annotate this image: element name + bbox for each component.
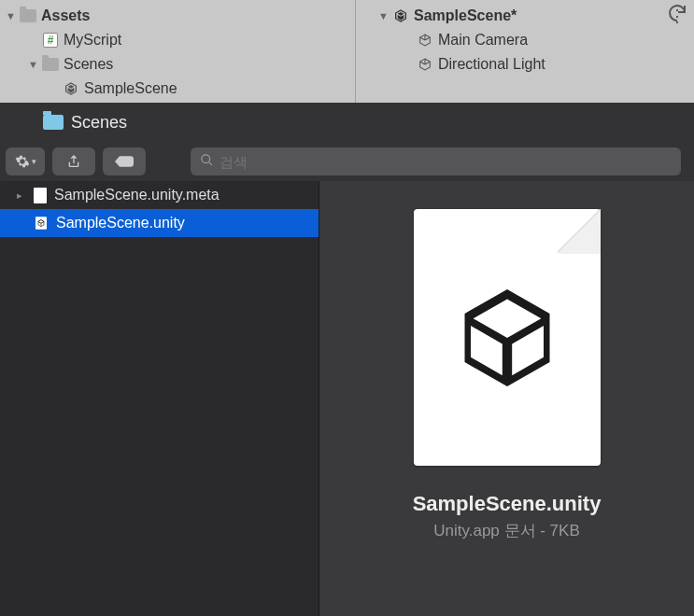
item-label: Scenes [64, 56, 113, 73]
preview-filename: SampleScene.unity [413, 492, 602, 516]
preview-metadata: Unity.app 문서 - 7KB [433, 520, 580, 541]
project-item-script[interactable]: # MyScript [0, 28, 355, 52]
item-label: SampleScene [84, 80, 177, 97]
unity-scene-icon [62, 81, 80, 96]
disclosure-down-icon[interactable]: ▼ [378, 10, 391, 21]
search-icon [200, 153, 214, 171]
file-row[interactable]: ▸ SampleScene.unity.meta [0, 181, 319, 209]
svg-point-0 [202, 154, 210, 162]
hierarchy-scene-root[interactable]: ▼ SampleScene* ⋮ [356, 4, 694, 28]
scene-name: SampleScene* [414, 7, 517, 24]
file-name: SampleScene.unity.meta [54, 187, 220, 203]
finder-title: Scenes [71, 113, 127, 133]
project-panel: ▼ Assets # MyScript ▼ Scenes SampleScene [0, 0, 355, 103]
refresh-icon[interactable] [666, 2, 688, 28]
finder-window: Scenes ▾ ▸ SampleScene.unity.meta [0, 103, 694, 616]
item-label: MyScript [64, 32, 121, 49]
page-fold-icon [556, 209, 601, 254]
unity-logo-icon [446, 277, 568, 399]
hierarchy-panel: ▼ SampleScene* ⋮ Main Camera Directional… [355, 0, 694, 103]
unity-file-icon [34, 216, 49, 231]
search-input[interactable] [220, 154, 672, 170]
disclosure-right-icon: ▸ [17, 189, 26, 202]
search-box[interactable] [191, 147, 681, 175]
project-item-scenes-folder[interactable]: ▼ Scenes [0, 52, 355, 77]
project-item-scene[interactable]: SampleScene [0, 77, 355, 101]
tag-button[interactable] [103, 147, 146, 175]
finder-preview-pane: SampleScene.unity Unity.app 문서 - 7KB [319, 181, 694, 616]
share-button[interactable] [52, 147, 95, 175]
chevron-down-icon: ▾ [32, 157, 36, 166]
gameobject-icon [416, 57, 434, 72]
finder-toolbar: ▾ [0, 142, 694, 181]
object-label: Main Camera [438, 32, 528, 49]
folder-icon [43, 115, 64, 130]
actions-menu-button[interactable]: ▾ [6, 147, 45, 175]
folder-icon [41, 58, 60, 71]
file-row[interactable]: ▸ SampleScene.unity [0, 209, 319, 237]
hierarchy-object[interactable]: Directional Light [356, 52, 694, 77]
gameobject-icon [416, 33, 434, 48]
project-root-assets[interactable]: ▼ Assets [0, 4, 355, 28]
csharp-script-icon: # [41, 33, 60, 48]
finder-titlebar: Scenes [0, 103, 694, 142]
folder-label: Assets [41, 7, 90, 24]
unity-scene-icon [391, 8, 410, 23]
folder-icon [19, 9, 37, 22]
hierarchy-object[interactable]: Main Camera [356, 28, 694, 52]
preview-thumbnail [414, 209, 601, 466]
disclosure-down-icon[interactable]: ▼ [28, 59, 41, 70]
disclosure-down-icon[interactable]: ▼ [6, 10, 19, 21]
file-name: SampleScene.unity [56, 215, 185, 231]
finder-file-list: ▸ SampleScene.unity.meta ▸ SampleScene.u… [0, 181, 319, 616]
document-icon [34, 188, 47, 203]
object-label: Directional Light [438, 56, 545, 73]
